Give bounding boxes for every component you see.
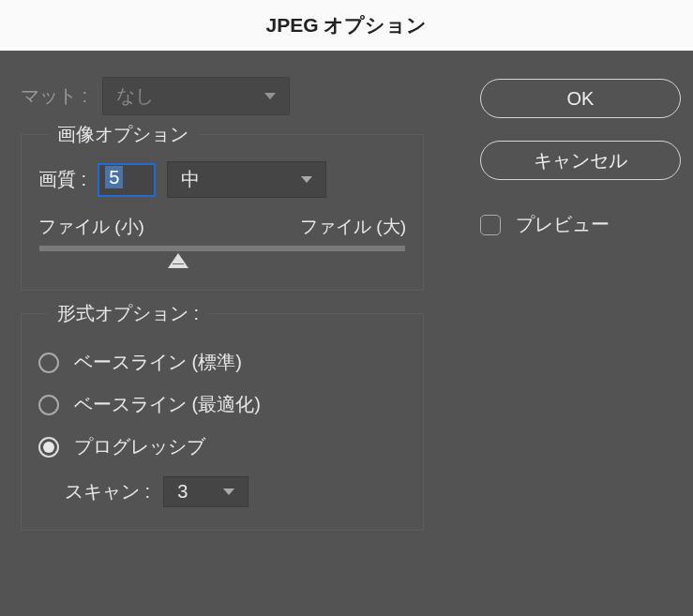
quality-value: 5 [105,166,123,188]
quality-input[interactable]: 5 [98,163,156,197]
matte-dropdown: なし [102,77,290,115]
ok-button[interactable]: OK [480,79,681,118]
radio-progressive[interactable]: プログレッシブ [38,434,406,459]
slider-thumb-icon[interactable] [168,253,188,268]
cancel-button[interactable]: キャンセル [480,141,681,180]
radio-icon [38,395,59,415]
format-options-group: 形式オプション : ベースライン (標準) ベースライン (最適化) プログレッ… [21,313,424,531]
radio-label: プログレッシブ [74,434,205,459]
quality-label: 画質 : [38,167,86,192]
radio-icon [38,437,59,458]
radio-label: ベースライン (標準) [74,350,242,375]
radio-baseline-standard[interactable]: ベースライン (標準) [38,350,406,375]
quality-level-value: 中 [181,167,200,192]
preview-label: プレビュー [516,212,610,237]
preview-checkbox-row[interactable]: プレビュー [480,212,681,237]
quality-level-dropdown[interactable]: 中 [167,161,326,198]
quality-slider[interactable] [38,245,406,252]
radio-icon [38,353,59,373]
format-options-legend: 形式オプション : [48,301,208,326]
dialog-title: JPEG オプション [0,0,693,51]
scans-dropdown[interactable]: 3 [163,476,249,507]
file-small-label: ファイル (小) [38,215,144,239]
preview-checkbox[interactable] [480,215,501,235]
matte-value: なし [116,83,154,109]
chevron-down-icon [264,93,276,99]
scans-label: スキャン : [65,479,150,504]
image-options-legend: 画像オプション [48,122,198,147]
chevron-down-icon [301,176,312,183]
matte-label: マット : [21,83,87,109]
radio-baseline-optimized[interactable]: ベースライン (最適化) [38,392,406,417]
radio-label: ベースライン (最適化) [74,392,261,417]
file-large-label: ファイル (大) [300,215,406,239]
image-options-group: 画像オプション 画質 : 5 中 ファイル (小) ファイル (大) [21,134,424,291]
scans-value: 3 [177,481,188,503]
chevron-down-icon [223,488,234,495]
